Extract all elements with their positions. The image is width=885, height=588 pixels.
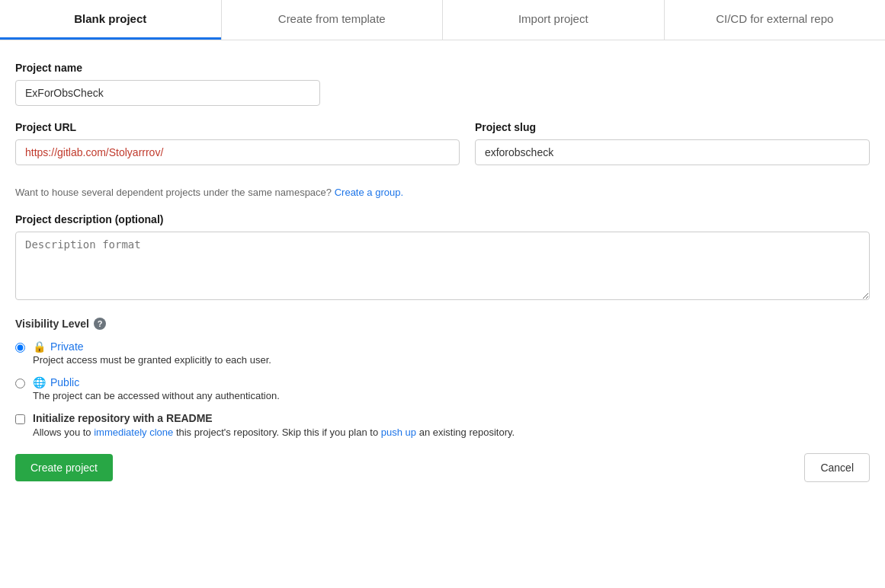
cancel-button[interactable]: Cancel: [804, 453, 870, 482]
private-radio[interactable]: [15, 343, 25, 353]
public-radio-option: 🌐 Public The project can be accessed wit…: [15, 376, 870, 401]
namespace-hint: Want to house several dependent projects…: [15, 187, 870, 198]
url-slug-row: Project URL Project slug: [15, 121, 870, 181]
slug-input-wrapper: [475, 139, 870, 165]
tab-blank[interactable]: Blank project: [0, 0, 221, 40]
public-radio-title: 🌐 Public: [33, 376, 280, 388]
project-name-label: Project name: [15, 62, 870, 74]
visibility-help-icon[interactable]: ?: [94, 318, 106, 330]
globe-icon: 🌐: [33, 376, 46, 388]
private-radio-option: 🔒 Private Project access must be granted…: [15, 340, 870, 366]
url-input-wrapper: [15, 139, 460, 165]
project-slug-group: Project slug: [475, 121, 870, 165]
private-radio-content: 🔒 Private Project access must be granted…: [33, 340, 271, 366]
readme-checkbox[interactable]: [15, 414, 25, 424]
description-label: Project description (optional): [15, 213, 870, 225]
visibility-section: Visibility Level ? 🔒 Private Project acc…: [15, 318, 870, 401]
private-radio-desc: Project access must be granted explicitl…: [33, 354, 271, 366]
project-url-group: Project URL: [15, 121, 460, 165]
readme-label: Initialize repository with a README: [33, 412, 515, 424]
project-url-label: Project URL: [15, 121, 460, 133]
lock-icon: 🔒: [33, 340, 46, 353]
tab-cicd[interactable]: CI/CD for external repo: [665, 0, 886, 40]
project-url-input[interactable]: [15, 139, 460, 165]
visibility-title: Visibility Level ?: [15, 318, 870, 330]
form-content: Project name Project URL Project slug Wa…: [0, 40, 885, 497]
create-group-link[interactable]: Create a group.: [335, 187, 403, 198]
project-slug-input[interactable]: [475, 139, 870, 165]
project-name-input[interactable]: [15, 80, 320, 106]
public-radio-content: 🌐 Public The project can be accessed wit…: [33, 376, 280, 401]
footer-buttons: Create project Cancel: [15, 453, 870, 482]
public-radio-desc: The project can be accessed without any …: [33, 390, 280, 401]
project-slug-label: Project slug: [475, 121, 870, 133]
create-project-button[interactable]: Create project: [15, 454, 113, 481]
readme-checkbox-section: Initialize repository with a README Allo…: [15, 412, 870, 438]
readme-description: Allows you to immediately clone this pro…: [33, 427, 515, 438]
description-group: Project description (optional): [15, 213, 870, 302]
tabs-bar: Blank project Create from template Impor…: [0, 0, 885, 40]
public-radio[interactable]: [15, 379, 25, 388]
tab-import[interactable]: Import project: [443, 0, 664, 40]
readme-content: Initialize repository with a README Allo…: [33, 412, 515, 438]
project-name-group: Project name: [15, 62, 870, 106]
private-radio-title: 🔒 Private: [33, 340, 271, 353]
description-textarea[interactable]: [15, 232, 870, 300]
tab-template[interactable]: Create from template: [222, 0, 443, 40]
